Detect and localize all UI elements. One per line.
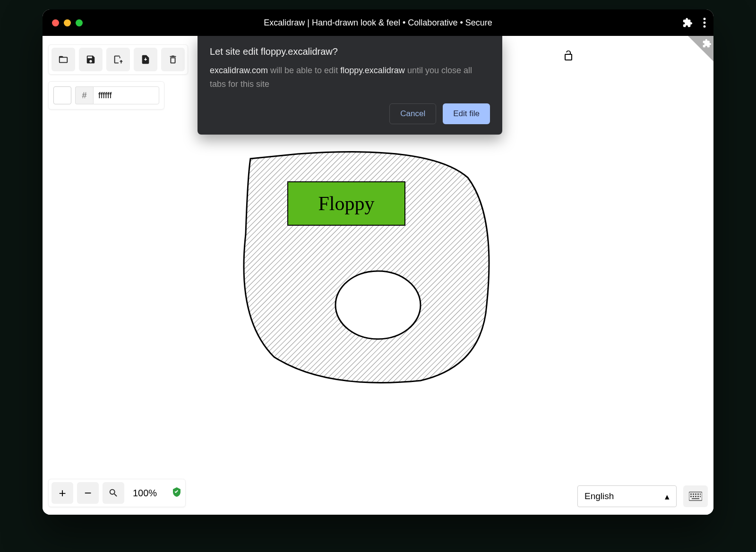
export-button[interactable] — [134, 48, 157, 71]
open-file-button[interactable] — [52, 48, 75, 71]
close-window-button[interactable] — [52, 19, 59, 26]
file-toolbar — [48, 44, 188, 75]
dialog-filename: floppy.excalidraw — [340, 66, 405, 75]
svg-rect-9 — [693, 493, 694, 495]
edit-file-button[interactable]: Edit file — [443, 103, 490, 124]
svg-point-6 — [335, 271, 421, 339]
trash-button[interactable] — [161, 48, 185, 71]
keyboard-button[interactable] — [683, 485, 708, 507]
svg-point-2 — [704, 25, 706, 28]
chevron-up-icon: ▴ — [665, 491, 670, 502]
lock-open-icon[interactable] — [563, 50, 574, 63]
zoom-controls: + − 100% — [48, 479, 186, 507]
browser-window: Excalidraw | Hand-drawn look & feel • Co… — [43, 9, 713, 515]
zoom-reset-button[interactable] — [103, 482, 124, 504]
page-title: Excalidraw | Hand-drawn look & feel • Co… — [264, 18, 492, 28]
titlebar: Excalidraw | Hand-drawn look & feel • Co… — [43, 9, 713, 36]
svg-rect-18 — [692, 498, 699, 499]
canvas[interactable]: Floppy — [222, 130, 524, 395]
window-controls — [52, 19, 83, 26]
svg-rect-14 — [693, 496, 694, 497]
extensions-icon[interactable] — [682, 17, 693, 28]
shield-icon[interactable] — [171, 486, 182, 500]
cancel-button[interactable]: Cancel — [389, 103, 436, 124]
svg-rect-8 — [690, 493, 692, 495]
svg-rect-15 — [695, 496, 696, 497]
save-as-button[interactable] — [106, 48, 130, 71]
save-file-button[interactable] — [79, 48, 103, 71]
color-swatch[interactable] — [53, 86, 71, 104]
permission-dialog: Let site edit floppy.excalidraw? excalid… — [198, 36, 502, 135]
app-content: # — [43, 36, 713, 515]
svg-rect-16 — [697, 496, 699, 497]
svg-rect-13 — [690, 496, 692, 497]
hex-prefix: # — [75, 86, 93, 104]
browser-menu-icon[interactable] — [703, 17, 706, 28]
color-panel: # — [48, 81, 164, 110]
zoom-out-button[interactable]: − — [77, 482, 99, 504]
zoom-level: 100% — [128, 488, 162, 499]
svg-rect-12 — [700, 493, 701, 495]
drawing-label: Floppy — [287, 181, 405, 226]
dialog-site: excalidraw.com — [210, 66, 268, 75]
svg-rect-10 — [695, 493, 696, 495]
dialog-body: excalidraw.com will be able to edit flop… — [210, 64, 490, 91]
maximize-window-button[interactable] — [76, 19, 83, 26]
minimize-window-button[interactable] — [64, 19, 71, 26]
drawing-label-text: Floppy — [318, 192, 374, 215]
svg-point-0 — [704, 18, 706, 20]
language-label: English — [584, 491, 614, 501]
language-select[interactable]: English ▴ — [577, 485, 677, 507]
hex-input[interactable] — [93, 86, 159, 104]
svg-rect-17 — [700, 496, 701, 497]
svg-point-1 — [704, 22, 706, 24]
corner-badge — [688, 36, 713, 61]
dialog-title: Let site edit floppy.excalidraw? — [210, 46, 490, 57]
zoom-in-button[interactable]: + — [52, 482, 73, 504]
svg-rect-11 — [697, 493, 699, 495]
